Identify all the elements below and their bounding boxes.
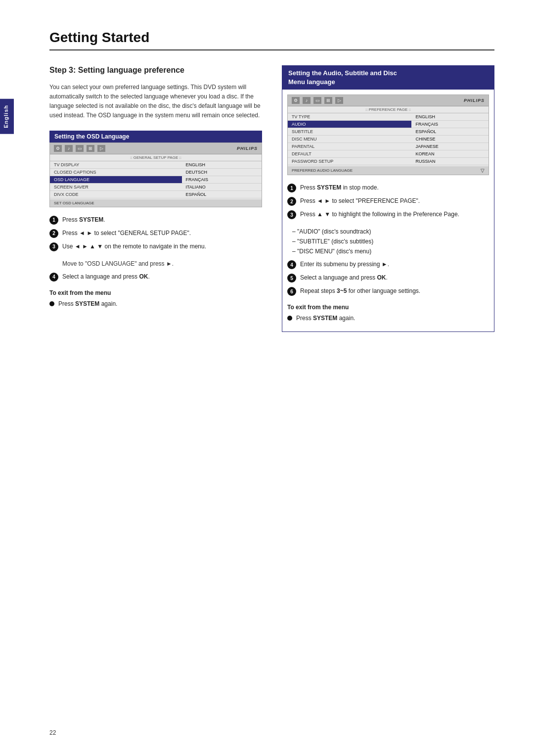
step-3-text: Use ◄ ► ▲ ▼ on the remote to navigate in… [62, 242, 262, 251]
mockup-subtitle: :: GENERAL SETUP PAGE :: [50, 154, 262, 161]
left-step-1: 1 Press SYSTEM. [49, 215, 262, 225]
right-step-num-5: 5 [287, 274, 296, 283]
sub-item-2: "SUBTITLE" (disc's subtitles) [292, 237, 489, 246]
left-exit-heading: To exit from the menu [49, 289, 262, 296]
gear-icon: ⚙ [54, 145, 62, 152]
pref-bottom-text: PREFERRED AUDIO LANGUAGE [292, 168, 353, 173]
left-step-2: 2 Press ◄ ► to select "GENERAL SETUP PAG… [49, 229, 262, 238]
right-heading: Setting the Audio, Subtitle and Disc Men… [282, 66, 494, 90]
pref-gear-icon: ⚙ [292, 97, 300, 104]
right-step-4: 4 Enter its submenu by pressing ►. [287, 260, 489, 269]
right-exit-heading: To exit from the menu [287, 304, 489, 311]
right-step-1: 1 Press SYSTEM in stop mode. [287, 183, 489, 192]
step-num-4: 4 [49, 273, 58, 282]
bullet-icon [49, 301, 54, 306]
pref-table: TV TYPEENGLISHAUDIOFRANÇAISSUBTITLEESPAÑ… [288, 113, 489, 165]
right-step-2: 2 Press ◄ ► to select "PREFERENCE PAGE". [287, 196, 489, 206]
right-step-5: 5 Select a language and press OK. [287, 273, 489, 283]
page-container: English Getting Started Step 3: Setting … [0, 0, 534, 756]
osd-header: Setting the OSD Language [49, 131, 262, 142]
arrow-icon: ▷ [97, 145, 105, 152]
left-exit-text: Press SYSTEM again. [58, 299, 262, 308]
step-num-3: 3 [49, 242, 58, 251]
right-column: Setting the Audio, Subtitle and Disc Men… [282, 65, 494, 342]
page-title: Getting Started [49, 30, 494, 50]
ui-icons: ⚙ ♪ ▭ ⊞ ▷ [54, 145, 105, 152]
step-2-text: Press ◄ ► to select "GENERAL SETUP PAGE"… [62, 229, 262, 237]
pref-ui-icons: ⚙ ♪ ▭ ⊞ ▷ [292, 97, 343, 104]
right-step-num-3: 3 [287, 210, 296, 219]
pref-bottom-bar: PREFERRED AUDIO LANGUAGE ▽ [288, 166, 489, 175]
right-step-3: 3 Press ▲ ▼ to highlight the following i… [287, 210, 489, 219]
right-heading-line1: Setting the Audio, Subtitle and Disc [288, 69, 397, 77]
osd-section: Setting the OSD Language ⚙ ♪ ▭ ⊞ ▷ PHILI… [49, 131, 262, 207]
pref-screen-icon: ▭ [313, 97, 321, 104]
right-step-6: 6 Repeat steps 3~5 for other language se… [287, 286, 489, 296]
right-exit-text: Press SYSTEM again. [296, 314, 489, 323]
step-1-text: Press SYSTEM. [62, 215, 262, 224]
right-steps-2: 4 Enter its submenu by pressing ►. 5 Sel… [287, 260, 489, 296]
osd-table: TV DISPLAYENGLISHCLOSED CAPTIONSDEUTSCHO… [50, 161, 262, 198]
right-exit-step: Press SYSTEM again. [287, 314, 489, 323]
right-step-6-text: Repeat steps 3~5 for other language sett… [300, 286, 489, 295]
scroll-down-icon: ▽ [481, 168, 485, 173]
step-4-text: Select a language and press OK. [62, 272, 262, 281]
pref-setup-icon: ⊞ [324, 97, 332, 104]
step-indent-text: Move to "OSD LANGUAGE" and press ►. [62, 259, 262, 268]
pref-sound-icon: ♪ [303, 97, 311, 104]
pref-mockup-header: ⚙ ♪ ▭ ⊞ ▷ PHILIPS [288, 95, 489, 106]
right-step-num-2: 2 [287, 197, 296, 206]
sub-list: "AUDIO" (disc's soundtrack) "SUBTITLE" (… [292, 227, 489, 256]
right-step-1-text: Press SYSTEM in stop mode. [300, 183, 489, 192]
right-step-num-4: 4 [287, 260, 296, 269]
right-section: Setting the Audio, Subtitle and Disc Men… [282, 65, 494, 332]
osd-bottom-bar: SET OSD LANGUAGE [50, 199, 262, 207]
screen-icon: ▭ [76, 145, 84, 152]
step-heading: Step 3: Setting language preference [49, 65, 262, 76]
right-step-3-text: Press ▲ ▼ to highlight the following in … [300, 210, 489, 219]
side-tab: English [0, 99, 14, 134]
right-heading-line2: Menu language [288, 78, 335, 86]
left-step-4: 4 Select a language and press OK. [49, 272, 262, 282]
osd-mockup: ⚙ ♪ ▭ ⊞ ▷ PHILIPS :: GENERAL SETUP PAGE … [49, 142, 262, 207]
sub-item-3: "DISC MENU" (disc's menu) [292, 247, 489, 256]
philips-logo: PHILIPS [237, 146, 258, 151]
pref-subtitle: :: PREFERENCE PAGE :: [288, 106, 489, 113]
step-num-2: 2 [49, 229, 58, 238]
content-columns: Step 3: Setting language preference You … [49, 65, 494, 342]
right-section-body: ⚙ ♪ ▭ ⊞ ▷ PHILIPS :: PREFERENCE PAGE :: … [282, 90, 494, 331]
sound-icon: ♪ [65, 145, 73, 152]
left-steps-2: 4 Select a language and press OK. [49, 272, 262, 282]
left-steps: 1 Press SYSTEM. 2 Press ◄ ► to select "G… [49, 215, 262, 251]
right-bullet-icon [287, 316, 292, 321]
right-step-2-text: Press ◄ ► to select "PREFERENCE PAGE". [300, 196, 489, 205]
right-step-5-text: Select a language and press OK. [300, 273, 489, 282]
left-exit-step: Press SYSTEM again. [49, 299, 262, 308]
pref-mockup: ⚙ ♪ ▭ ⊞ ▷ PHILIPS :: PREFERENCE PAGE :: … [287, 94, 489, 175]
right-step-num-6: 6 [287, 287, 296, 296]
page-number: 22 [49, 729, 56, 736]
pref-philips-logo: PHILIPS [464, 98, 485, 103]
left-column: Step 3: Setting language preference You … [49, 65, 262, 312]
pref-arrow-icon: ▷ [335, 97, 343, 104]
right-step-num-1: 1 [287, 184, 296, 192]
step-num-1: 1 [49, 216, 58, 225]
right-steps: 1 Press SYSTEM in stop mode. 2 Press ◄ ►… [287, 183, 489, 219]
right-step-4-text: Enter its submenu by pressing ►. [300, 260, 489, 269]
left-step-3: 3 Use ◄ ► ▲ ▼ on the remote to navigate … [49, 242, 262, 251]
sub-item-1: "AUDIO" (disc's soundtrack) [292, 227, 489, 236]
setup-icon: ⊞ [87, 145, 94, 152]
mockup-header: ⚙ ♪ ▭ ⊞ ▷ PHILIPS [50, 143, 262, 154]
step-intro: You can select your own preferred langua… [49, 83, 262, 121]
